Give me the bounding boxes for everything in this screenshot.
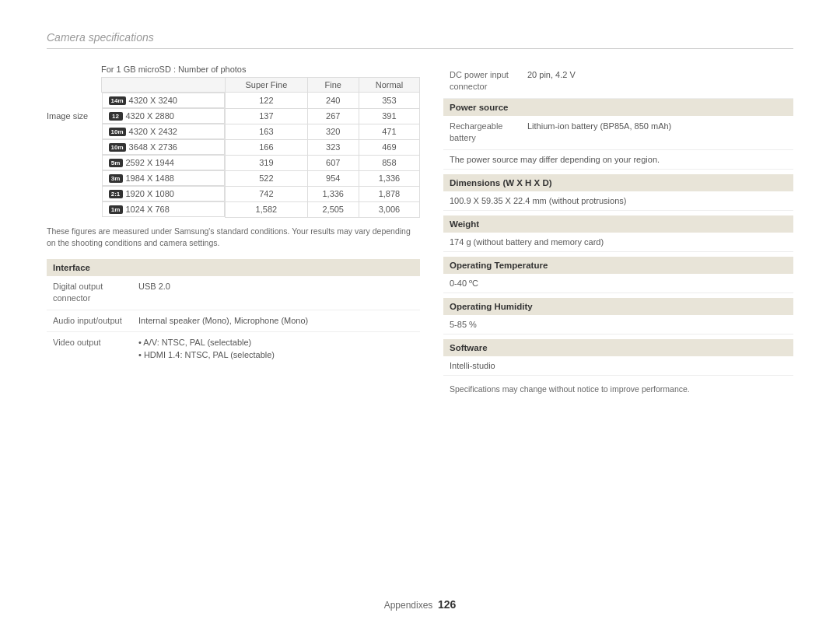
right-column: DC power inputconnector 20 pin, 4.2 V Po… — [443, 65, 793, 398]
table-row: 10m3648 X 2736166323469 — [102, 139, 420, 155]
normal-cell: 471 — [359, 124, 419, 139]
section-header: Software — [443, 339, 793, 356]
sf-cell: 122 — [226, 93, 307, 109]
section-header: Operating Humidity — [443, 298, 793, 315]
resolution-value: 4320 X 2880 — [126, 111, 174, 121]
dc-power-label: DC power inputconnector — [450, 69, 527, 93]
right-section-block: Power sourceRechargeablebatteryLithium-i… — [443, 99, 793, 170]
normal-cell: 858 — [359, 155, 419, 170]
right-spec-row: RechargeablebatteryLithium-ion battery (… — [443, 116, 793, 150]
section-note: Intelli-studio — [443, 356, 793, 376]
resolution-icon: 14m — [109, 96, 126, 105]
col-superfine: Super Fine — [226, 78, 307, 93]
resolution-value: 1024 X 768 — [126, 205, 170, 214]
spec-label: Audio input/output — [53, 315, 138, 327]
sf-cell: 522 — [226, 170, 307, 186]
page-title: Camera specifications — [47, 31, 793, 49]
right-section-block: SoftwareIntelli-studio — [443, 339, 793, 376]
fine-cell: 1,336 — [307, 186, 359, 201]
normal-cell: 469 — [359, 139, 419, 155]
section-note: 100.9 X 59.35 X 22.4 mm (without protrus… — [443, 191, 793, 211]
resolution-cell: 2:11920 X 1080 — [102, 186, 226, 201]
section-header: Power source — [443, 99, 793, 116]
footer: Appendixes 126 — [0, 598, 840, 611]
section-note: 174 g (without battery and memory card) — [443, 233, 793, 252]
table-note: These figures are measured under Samsung… — [47, 226, 420, 250]
sf-cell: 137 — [226, 108, 307, 124]
section-note: 0-40 ºC — [443, 274, 793, 293]
right-section-block: Operating Humidity5-85 % — [443, 298, 793, 335]
fine-cell: 323 — [307, 139, 359, 155]
normal-cell: 3,006 — [359, 201, 419, 217]
spec-row: Video outputA/V: NTSC, PAL (selectable)H… — [47, 332, 420, 366]
resolution-cell: 10m3648 X 2736 — [102, 139, 226, 155]
resolution-icon: 12 — [109, 112, 123, 121]
content-columns: Image size For 1 GB microSD : Number of … — [47, 65, 793, 398]
left-column: Image size For 1 GB microSD : Number of … — [47, 65, 420, 398]
section-header: Operating Temperature — [443, 257, 793, 274]
interface-header: Interface — [47, 259, 420, 276]
resolution-value: 3648 X 2736 — [129, 142, 177, 152]
spec-value: USB 2.0 — [138, 281, 414, 292]
list-item: HDMI 1.4: NTSC, PAL (selectable) — [138, 349, 414, 361]
right-spec-label: Rechargeablebattery — [450, 121, 527, 145]
table-row: 10m4320 X 2432163320471 — [102, 124, 420, 139]
photo-table: For 1 GB microSD : Number of photos Supe… — [101, 65, 420, 218]
table-row: 3m1984 X 14885229541,336 — [102, 170, 420, 186]
table-caption: For 1 GB microSD : Number of photos — [101, 65, 420, 77]
resolution-value: 2592 X 1944 — [126, 158, 174, 167]
image-size-section: Image size For 1 GB microSD : Number of … — [47, 65, 420, 218]
sf-cell: 319 — [226, 155, 307, 170]
resolution-cell: 124320 X 2880 — [102, 108, 226, 124]
section-note: The power source may differ depending on… — [443, 150, 793, 170]
section-header: Weight — [443, 215, 793, 233]
spec-row: Digital outputconnectorUSB 2.0 — [47, 276, 420, 310]
resolution-cell: 1m1024 X 768 — [102, 201, 226, 217]
spec-value: Internal speaker (Mono), Microphone (Mon… — [138, 315, 414, 327]
resolution-icon: 10m — [109, 128, 126, 136]
col-fine: Fine — [307, 78, 359, 93]
col-normal: Normal — [359, 78, 419, 93]
right-section-block: Weight174 g (without battery and memory … — [443, 215, 793, 252]
image-size-label: Image size — [47, 65, 101, 218]
resolution-value: 1984 X 1488 — [126, 173, 174, 183]
right-section-block: Dimensions (W X H X D)100.9 X 59.35 X 22… — [443, 174, 793, 211]
fine-cell: 267 — [307, 108, 359, 124]
bottom-note: Specifications may change without notice… — [443, 380, 793, 398]
normal-cell: 391 — [359, 108, 419, 124]
list-item: A/V: NTSC, PAL (selectable) — [138, 337, 414, 349]
table-row: 2:11920 X 10807421,3361,878 — [102, 186, 420, 201]
col-resolution — [102, 78, 226, 93]
resolution-icon: 3m — [109, 174, 123, 183]
spec-label: Video output — [53, 337, 138, 349]
sf-cell: 742 — [226, 186, 307, 201]
resolution-icon: 1m — [109, 205, 123, 214]
fine-cell: 320 — [307, 124, 359, 139]
right-section-block: Operating Temperature0-40 ºC — [443, 257, 793, 293]
right-spec-value: Lithium-ion battery (BP85A, 850 mAh) — [527, 121, 787, 132]
resolution-cell: 10m4320 X 2432 — [102, 124, 226, 139]
sf-cell: 163 — [226, 124, 307, 139]
section-header: Dimensions (W X H X D) — [443, 174, 793, 191]
sf-cell: 166 — [226, 139, 307, 155]
resolution-value: 4320 X 2432 — [129, 127, 177, 136]
resolution-value: 4320 X 3240 — [129, 96, 177, 105]
resolution-icon: 2:1 — [109, 190, 123, 198]
page-number: 126 — [438, 598, 456, 611]
dc-power-value: 20 pin, 4.2 V — [527, 69, 787, 81]
fine-cell: 240 — [307, 93, 359, 109]
resolution-value: 1920 X 1080 — [126, 189, 174, 198]
resolution-icon: 10m — [109, 143, 126, 152]
resolution-cell: 14m4320 X 3240 — [102, 93, 226, 108]
interface-section: Interface Digital outputconnectorUSB 2.0… — [47, 259, 420, 366]
fine-cell: 954 — [307, 170, 359, 186]
resolution-cell: 5m2592 X 1944 — [102, 155, 226, 170]
fine-cell: 607 — [307, 155, 359, 170]
resolution-icon: 5m — [109, 159, 123, 167]
sf-cell: 1,582 — [226, 201, 307, 217]
normal-cell: 1,336 — [359, 170, 419, 186]
footer-label: Appendixes — [384, 600, 433, 611]
page: Camera specifications Image size For 1 G… — [0, 0, 840, 634]
dc-power-row: DC power inputconnector 20 pin, 4.2 V — [443, 65, 793, 99]
fine-cell: 2,505 — [307, 201, 359, 217]
